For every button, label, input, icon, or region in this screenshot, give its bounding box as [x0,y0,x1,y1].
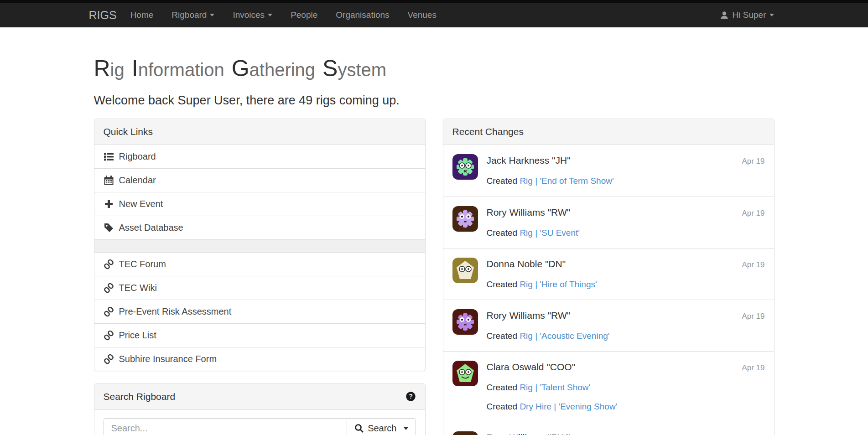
member-name: Rory Williams "RW" [487,309,742,322]
chevron-down-icon [404,427,408,430]
change-link[interactable]: Rig | 'SU Event' [520,228,580,238]
change-link[interactable]: Dry Hire | 'Evening Show' [520,402,617,411]
change-link[interactable]: Rig | 'Acoustic Evening' [520,331,609,341]
change-action: Created [487,280,518,289]
nav-item-rigboard[interactable]: Rigboard [162,3,223,27]
avatar-purple-gear-monster-on-maroon [452,309,478,335]
link-icon [104,354,114,364]
help-icon[interactable]: ? [405,391,416,402]
quick-link-subhire-insurance-form[interactable]: Subhire Insurance Form [94,347,425,371]
list-divider [94,239,425,252]
chevron-down-icon [210,14,214,16]
change-action: Created [487,228,518,238]
recent-change-row: Rory Williams "RW" Apr 19 Created Rig | … [443,197,774,248]
quick-links-list: Rigboard Calendar New Event [94,145,425,371]
member-name: Jack Harkness "JH" [487,154,742,167]
member-name: Donna Noble "DN" [487,258,742,270]
link-icon [104,283,114,293]
recent-change-row: Clara Oswald "COO" Apr 19 Created Rig | … [443,351,774,422]
member-name: Rory Williams "RW" [487,431,742,435]
change-link[interactable]: Rig | 'End of Term Show' [520,176,613,186]
member-name: Clara Oswald "COO" [487,361,742,373]
nav-item-invoices[interactable]: Invoices [223,3,281,27]
link-icon [104,306,114,317]
avatar-green-gear-monster-on-purple [452,154,478,180]
recent-change-row: Donna Noble "DN" Apr 19 Created Rig | 'H… [443,248,774,300]
recent-changes-list: Jack Harkness "JH" Apr 19 Created Rig | … [443,145,774,435]
search-rigboard-title: Search Rigboard [104,391,176,403]
change-date: Apr 19 [742,310,764,323]
welcome-message: Welcome back Super User, there are 49 ri… [94,93,774,108]
page-title: RigInformationGatheringSystem [94,57,774,81]
recent-change-row: Rory Williams "RW" Apr 19 [443,422,774,435]
quick-link-pre-event-risk-assessment[interactable]: Pre-Event Risk Assessment [94,300,425,323]
search-icon [354,424,364,433]
recent-change-row: Rory Williams "RW" Apr 19 Created Rig | … [443,300,774,351]
change-date: Apr 19 [742,207,764,220]
quick-link-calendar[interactable]: Calendar [94,168,425,192]
member-name: Rory Williams "RW" [487,206,742,219]
change-link[interactable]: Rig | 'Talent Show' [520,383,590,392]
change-action: Created [487,331,518,341]
avatar-green-pentagon-monster-on-maroon [452,361,478,386]
change-date: Apr 19 [742,362,764,374]
quick-link-rigboard[interactable]: Rigboard [94,145,425,168]
plus-icon [104,199,114,209]
search-button[interactable]: Search [347,418,416,435]
navbar: RIGS Home Rigboard Invoices People Organ… [0,3,868,27]
quick-link-price-list[interactable]: Price List [94,323,425,347]
recent-changes-title: Recent Changes [443,119,774,145]
link-icon [104,259,114,269]
avatar-lavender-gear-monster-on-brown [452,206,478,232]
change-date: Apr 19 [742,432,764,435]
search-rigboard-panel: Search Rigboard ? Search [94,383,426,435]
change-date: Apr 19 [742,155,764,168]
list-icon [104,151,114,162]
quick-link-tec-wiki[interactable]: TEC Wiki [94,276,425,300]
tag-icon [104,223,114,233]
avatar-cream-pentagon-monster-on-olive [452,258,478,283]
change-action: Created [487,402,518,411]
quick-links-title: Quick Links [94,119,425,145]
change-date: Apr 19 [742,259,764,271]
user-icon [720,10,729,20]
change-action: Created [487,176,518,186]
chevron-down-icon [769,14,774,16]
brand-rigs[interactable]: RIGS [85,9,121,22]
user-menu[interactable]: Hi Super [711,10,783,20]
nav-links: Home Rigboard Invoices People Organisati… [121,3,446,27]
quick-link-new-event[interactable]: New Event [94,192,425,216]
svg-text:?: ? [409,393,413,400]
nav-item-people[interactable]: People [281,3,327,27]
quick-link-asset-database[interactable]: Asset Database [94,216,425,239]
quick-links-panel: Quick Links Rigboard Calendar [94,119,426,371]
search-input[interactable] [104,418,347,435]
nav-item-home[interactable]: Home [121,3,163,27]
link-icon [104,330,114,341]
quick-link-tec-forum[interactable]: TEC Forum [94,252,425,276]
window-top-strip [0,0,868,3]
nav-item-venues[interactable]: Venues [399,3,446,27]
recent-changes-panel: Recent Changes Jack Harkness "JH" Apr 19… [443,119,774,435]
nav-item-organisations[interactable]: Organisations [327,3,398,27]
calendar-icon [104,175,114,186]
chevron-down-icon [268,14,272,16]
change-action: Created [487,383,518,392]
change-link[interactable]: Rig | 'Hire of Things' [520,280,597,289]
avatar-lavender-gear-monster-on-brown [452,431,478,435]
recent-change-row: Jack Harkness "JH" Apr 19 Created Rig | … [443,145,774,197]
